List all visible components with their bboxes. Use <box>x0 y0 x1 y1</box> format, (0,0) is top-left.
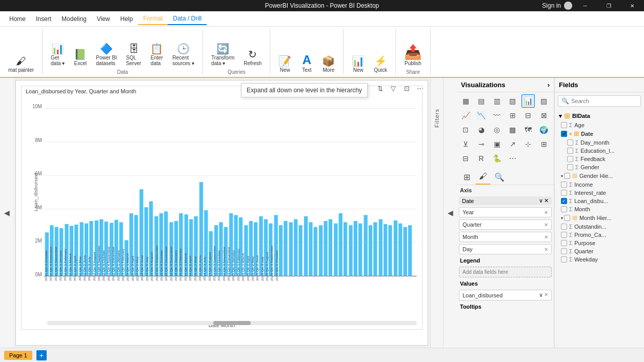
weekday-checkbox[interactable] <box>561 256 567 263</box>
sign-in-area[interactable]: Sign in <box>542 2 572 10</box>
viz-pie[interactable]: ◕ <box>475 123 488 136</box>
format-painter-btn[interactable]: 🖌 mat painter <box>4 54 38 75</box>
get-data-btn[interactable]: 📊 Getdata ▾ <box>47 42 69 68</box>
outstanding-checkbox[interactable] <box>561 224 567 230</box>
viz-100pct-bar[interactable]: ▥ <box>490 94 504 108</box>
viz-map[interactable]: 🗺 <box>521 123 535 136</box>
add-page-btn[interactable]: + <box>36 350 47 360</box>
viz-r-visual[interactable]: R <box>475 152 488 165</box>
gender-checkbox[interactable] <box>567 164 573 170</box>
month-hier-checkbox[interactable] <box>564 215 570 221</box>
axis-chevron-icon[interactable]: ∨ <box>539 197 543 204</box>
text-btn[interactable]: A Text <box>296 52 317 75</box>
quarter-close-btn[interactable]: ✕ <box>544 222 548 228</box>
field-item-gender-hier[interactable]: ▾ ⊞ Gender Hie... <box>557 171 642 180</box>
income-checkbox[interactable] <box>561 182 567 188</box>
fields-search-input[interactable] <box>571 98 637 104</box>
minimize-btn[interactable]: ─ <box>573 0 597 11</box>
recent-sources-btn[interactable]: 🕒 Recentsources ▾ <box>168 42 198 68</box>
transform-data-btn[interactable]: 🔄 Transformdata ▾ <box>207 42 238 68</box>
month-checkbox[interactable] <box>561 206 567 212</box>
menu-home[interactable]: Home <box>4 13 31 25</box>
viz-gauge[interactable]: ⊸ <box>475 137 488 151</box>
publish-btn[interactable]: 📤 Publish <box>400 43 426 68</box>
education-checkbox[interactable] <box>567 148 573 154</box>
viz-panel-expand-btn[interactable]: › <box>548 81 550 89</box>
viz-table[interactable]: ⊞ <box>537 137 551 151</box>
loan-disbursed-checkbox[interactable]: ✓ <box>561 198 567 204</box>
viz-line-col[interactable]: ⊞ <box>506 109 519 122</box>
field-item-promo[interactable]: Σ Promo_Ca... <box>557 231 642 239</box>
year-close-btn[interactable]: ✕ <box>544 210 548 215</box>
menu-insert[interactable]: Insert <box>31 13 56 25</box>
age-checkbox[interactable] <box>561 122 567 128</box>
viz-waterfall[interactable]: ⊠ <box>537 109 551 122</box>
power-bi-datasets-btn[interactable]: 🔷 Power BIdatasets <box>92 42 121 68</box>
sql-server-btn[interactable]: 🗄 SQLServer <box>122 42 145 68</box>
viz-donut[interactable]: ◎ <box>490 123 504 136</box>
menu-format[interactable]: Format <box>138 13 168 25</box>
nav-right-btn[interactable]: ◀ <box>444 78 457 348</box>
fields-search-container[interactable]: 🔍 <box>558 95 641 107</box>
loan-disbursed-chevron[interactable]: ∨ <box>539 292 543 298</box>
viz-filled-map[interactable]: 🌍 <box>537 123 551 136</box>
gender-hier-checkbox[interactable] <box>564 173 570 179</box>
date-checkbox[interactable]: ✓ <box>561 131 567 137</box>
field-item-age[interactable]: Σ Age <box>557 121 642 129</box>
excel-btn[interactable]: 📗 Excel <box>70 47 91 68</box>
field-item-day-month[interactable]: Σ Day_month <box>557 138 642 147</box>
feedback-checkbox[interactable] <box>567 156 573 162</box>
loan-disbursed-close[interactable]: ✕ <box>544 292 548 298</box>
viz-line[interactable]: 📈 <box>459 109 472 122</box>
viz-python[interactable]: 🐍 <box>490 152 504 165</box>
field-item-month-hier[interactable]: ▾ ⊞ Month Hier... <box>557 213 642 223</box>
field-item-loan-disbursed[interactable]: ✓ Σ Loan_disbu... <box>557 197 642 205</box>
field-item-quarter-fields[interactable]: Σ Quarter <box>557 247 642 255</box>
nav-left-btn[interactable]: ◀ <box>0 78 13 348</box>
viz-more[interactable]: ⋯ <box>506 152 519 165</box>
viz-area[interactable]: 📉 <box>475 109 488 122</box>
menu-help[interactable]: Help <box>115 13 138 25</box>
field-item-date[interactable]: ✓ ▾ ⊞ Date <box>557 129 642 138</box>
day-month-checkbox[interactable] <box>567 139 573 146</box>
field-item-outstanding[interactable]: Σ Outstandin... <box>557 223 642 231</box>
viz-scatter[interactable]: ⊡ <box>459 123 472 136</box>
viz-line-stacked[interactable]: 〰 <box>490 109 504 122</box>
field-item-purpose[interactable]: Σ Purpose <box>557 239 642 247</box>
viz-stacked-col[interactable]: ▧ <box>506 94 519 108</box>
axis-close-icon[interactable]: ✕ <box>544 197 549 204</box>
field-item-education[interactable]: Σ Education_l... <box>557 147 642 155</box>
menu-modeling[interactable]: Modeling <box>56 13 92 25</box>
field-item-gender[interactable]: Σ Gender <box>557 163 642 171</box>
viz-funnel[interactable]: ⊻ <box>459 137 472 151</box>
viz-analytics-tab[interactable]: 🔍 <box>492 169 507 185</box>
menu-data-drill[interactable]: Data / Drill <box>168 13 207 25</box>
viz-treemap[interactable]: ▩ <box>506 123 519 136</box>
bidata-table-header[interactable]: ▾ ⊞ BIData <box>557 111 642 121</box>
viz-format-tab[interactable]: 🖌 <box>475 169 491 185</box>
quarter-fields-checkbox[interactable] <box>561 248 567 254</box>
quick-btn[interactable]: ⚡ Quick <box>370 54 391 75</box>
more-btn[interactable]: 📦 More <box>318 54 339 75</box>
month-close-btn[interactable]: ✕ <box>544 234 548 240</box>
chart-scrollbar[interactable] <box>47 321 417 325</box>
window-controls[interactable]: ─ ❐ ✕ <box>573 0 644 11</box>
interest-rate-checkbox[interactable] <box>561 190 567 196</box>
viz-clustered-col[interactable]: 📊 <box>521 94 535 108</box>
new2-btn[interactable]: 📊 New <box>348 54 369 75</box>
viz-card[interactable]: ▣ <box>490 137 504 151</box>
viz-ribbon[interactable]: ⊟ <box>521 109 535 122</box>
day-close-btn[interactable]: ✕ <box>544 247 548 252</box>
chart-scroll-thumb[interactable] <box>213 321 250 325</box>
viz-slicer[interactable]: ⊹ <box>521 137 535 151</box>
viz-fields-tab[interactable]: ⊞ <box>459 169 474 185</box>
field-item-income[interactable]: Σ Income <box>557 180 642 189</box>
field-item-weekday[interactable]: Σ Weekday <box>557 255 642 264</box>
viz-clustered-bar[interactable]: ▤ <box>475 94 488 108</box>
field-item-month[interactable]: Σ Month <box>557 205 642 213</box>
page-1-tab[interactable]: Page 1 <box>4 351 32 360</box>
enter-data-btn[interactable]: 📋 Enterdata <box>146 42 167 68</box>
menu-view[interactable]: View <box>92 13 115 25</box>
field-item-interest-rate[interactable]: Σ Interest_rate <box>557 189 642 197</box>
legend-add-field-area[interactable]: Add data fields here <box>459 267 552 277</box>
